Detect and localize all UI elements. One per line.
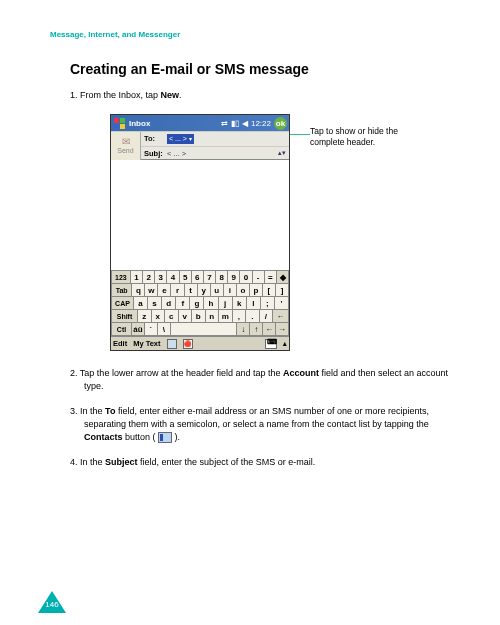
- step-text: field, enter the subject of the SMS or e…: [138, 457, 316, 467]
- key[interactable]: x: [152, 310, 166, 323]
- attach-icon[interactable]: 🔴: [183, 339, 193, 349]
- key[interactable]: `: [145, 323, 158, 336]
- envelope-icon: ✉: [122, 137, 130, 147]
- step-1: 1. From the Inbox, tap New.: [70, 89, 450, 102]
- key[interactable]: g: [190, 297, 204, 310]
- key[interactable]: /: [260, 310, 274, 323]
- key[interactable]: e: [158, 284, 171, 297]
- key-shift[interactable]: Shift: [111, 310, 138, 323]
- key[interactable]: 0: [240, 271, 252, 284]
- key[interactable]: w: [145, 284, 158, 297]
- menu-mytext[interactable]: My Text: [133, 339, 160, 348]
- step-bold: Subject: [105, 457, 138, 467]
- kbd-row-2: Tab q w e r t y u i o p [ ]: [111, 284, 289, 297]
- key[interactable]: m: [219, 310, 233, 323]
- step-4: 4. In the Subject field, enter the subje…: [70, 456, 450, 469]
- step-bold: New: [161, 90, 180, 100]
- speaker-icon[interactable]: ◀: [242, 119, 248, 128]
- connectivity-icon[interactable]: ⇄: [221, 119, 228, 128]
- kbd-row-4: Shift z x c v b n m , . / ←: [111, 310, 289, 323]
- key-ctl[interactable]: Ctl: [111, 323, 132, 336]
- compose-header: ✉ Send To: < ... > ▾ Subj:: [111, 131, 289, 160]
- page-title: Creating an E-mail or SMS message: [70, 61, 450, 77]
- key[interactable]: ': [275, 297, 289, 310]
- key[interactable]: i: [224, 284, 237, 297]
- key[interactable]: s: [148, 297, 162, 310]
- key[interactable]: f: [176, 297, 190, 310]
- key[interactable]: b: [192, 310, 206, 323]
- key-caps[interactable]: CAP: [111, 297, 134, 310]
- key[interactable]: 9: [228, 271, 240, 284]
- step-text: field, enter either e-mail address or an…: [84, 406, 429, 429]
- step-text: In the: [80, 406, 105, 416]
- send-label: Send: [117, 147, 133, 154]
- key[interactable]: 8: [216, 271, 228, 284]
- key-space[interactable]: [171, 323, 238, 336]
- key[interactable]: =: [265, 271, 277, 284]
- key[interactable]: 4: [167, 271, 179, 284]
- callout-text: Tap to show or hide the complete header.: [310, 114, 430, 148]
- compose-body[interactable]: [111, 160, 289, 270]
- ok-button[interactable]: ok: [274, 117, 287, 130]
- key-up[interactable]: ↑: [250, 323, 263, 336]
- step-num: 4.: [70, 457, 78, 467]
- key-down[interactable]: ↓: [237, 323, 250, 336]
- key[interactable]: ;: [261, 297, 275, 310]
- key-enter[interactable]: ←: [273, 310, 289, 323]
- key[interactable]: 5: [180, 271, 192, 284]
- titlebar-title: Inbox: [129, 119, 221, 128]
- menu-edit[interactable]: Edit: [113, 339, 127, 348]
- key[interactable]: r: [171, 284, 184, 297]
- key-right[interactable]: →: [276, 323, 289, 336]
- key[interactable]: -: [253, 271, 265, 284]
- sip-arrow-icon[interactable]: ▴: [283, 340, 287, 348]
- to-field-chip[interactable]: < ... > ▾: [167, 134, 194, 144]
- key-123[interactable]: 123: [111, 271, 131, 284]
- key[interactable]: o: [237, 284, 250, 297]
- key-left[interactable]: ←: [263, 323, 276, 336]
- key[interactable]: 3: [155, 271, 167, 284]
- key[interactable]: l: [247, 297, 261, 310]
- key[interactable]: k: [233, 297, 247, 310]
- key[interactable]: 2: [143, 271, 155, 284]
- page-number: 146: [38, 600, 66, 609]
- clock-text: 12:22: [251, 119, 271, 128]
- contacts-inline-icon: [158, 432, 172, 443]
- step-num: 3.: [70, 406, 78, 416]
- key[interactable]: 6: [192, 271, 204, 284]
- start-icon[interactable]: [113, 117, 125, 129]
- key-tab[interactable]: Tab: [111, 284, 132, 297]
- key[interactable]: ,: [233, 310, 247, 323]
- to-label: To:: [141, 134, 167, 143]
- key[interactable]: z: [138, 310, 152, 323]
- key[interactable]: .: [246, 310, 260, 323]
- key[interactable]: q: [132, 284, 145, 297]
- key[interactable]: j: [219, 297, 233, 310]
- key[interactable]: p: [250, 284, 263, 297]
- key[interactable]: c: [165, 310, 179, 323]
- step-num: 1.: [70, 90, 78, 100]
- key-accent[interactable]: áü: [132, 323, 145, 336]
- key[interactable]: [: [263, 284, 276, 297]
- header-collapse-arrow[interactable]: ▴▾: [277, 149, 289, 157]
- onscreen-keyboard[interactable]: 123 1 2 3 4 5 6 7 8 9 0 - = ◆ Tab: [111, 270, 289, 336]
- subject-field[interactable]: < ... >: [167, 149, 186, 158]
- key[interactable]: n: [206, 310, 220, 323]
- key[interactable]: a: [134, 297, 148, 310]
- key[interactable]: 7: [204, 271, 216, 284]
- key[interactable]: d: [162, 297, 176, 310]
- key[interactable]: t: [185, 284, 198, 297]
- key[interactable]: 1: [131, 271, 143, 284]
- key[interactable]: y: [198, 284, 211, 297]
- sip-toggle-icon[interactable]: [265, 339, 277, 349]
- key[interactable]: v: [179, 310, 193, 323]
- key[interactable]: h: [204, 297, 218, 310]
- key[interactable]: u: [211, 284, 224, 297]
- contacts-icon[interactable]: [167, 339, 177, 349]
- send-button[interactable]: ✉ Send: [111, 132, 141, 160]
- step-3: 3. In the To field, enter either e-mail …: [70, 405, 450, 444]
- key[interactable]: \: [158, 323, 171, 336]
- device-bottombar: Edit My Text 🔴 ▴: [111, 336, 289, 350]
- key[interactable]: ]: [276, 284, 289, 297]
- key-backspace[interactable]: ◆: [277, 271, 289, 284]
